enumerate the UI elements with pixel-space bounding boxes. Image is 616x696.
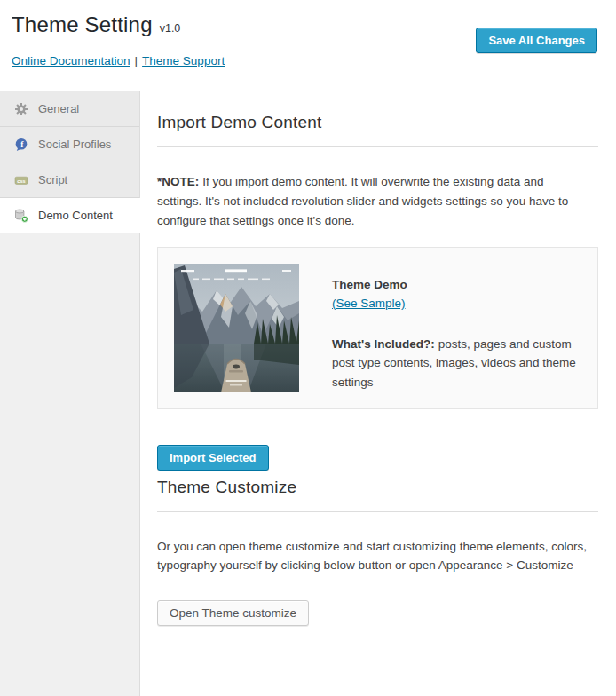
sidebar-item-script[interactable]: css Script [0,162,139,198]
theme-customize-heading: Theme Customize [157,478,598,497]
save-all-changes-button[interactable]: Save All Changes [476,28,597,53]
import-selected-button[interactable]: Import Selected [157,445,269,471]
facebook-icon: f [13,137,28,152]
see-sample-link[interactable]: (See Sample) [332,294,406,313]
demo-title: Theme Demo [332,275,576,295]
sidebar-item-label: Demo Content [38,209,113,222]
theme-demo-thumbnail [174,264,299,392]
page-title: Theme Setting [12,12,153,37]
link-separator: | [130,54,143,67]
settings-sidebar: General f Social Profiles css [0,91,140,696]
online-documentation-link[interactable]: Online Documentation [12,54,130,67]
customize-description: Or you can open theme customize and star… [157,537,598,576]
gear-icon [13,101,28,116]
sidebar-item-social-profiles[interactable]: f Social Profiles [0,127,139,162]
database-add-icon [13,208,28,223]
theme-support-link[interactable]: Theme Support [142,54,225,67]
import-note: *NOTE:If you import demo content. It wil… [157,172,583,231]
sidebar-item-demo-content[interactable]: Demo Content [0,198,140,233]
included-label: What's Included?: [332,337,435,351]
import-demo-heading: Import Demo Content [157,113,598,132]
version-label: v1.0 [160,22,181,35]
settings-content: Import Demo Content *NOTE:If you import … [140,91,616,696]
svg-text:css: css [17,178,25,183]
page-header: Theme Setting v1.0 Save All Changes Onli… [0,0,616,91]
note-text: If you import demo content. It will over… [157,175,568,227]
sidebar-item-label: Social Profiles [38,138,111,151]
theme-setting-page: Theme Setting v1.0 Save All Changes Onli… [0,0,616,696]
whats-included: What's Included?:posts, pages and custom… [332,335,576,392]
sidebar-item-general[interactable]: General [0,91,139,127]
body-columns: General f Social Profiles css [0,91,616,696]
demo-info: Theme Demo (See Sample) What's Included?… [332,264,576,392]
note-label: *NOTE: [157,175,199,188]
css-badge-icon: css [13,172,28,187]
doc-links: Online Documentation|Theme Support [12,54,598,67]
sidebar-item-label: Script [38,173,67,186]
heading-divider [157,146,598,147]
demo-content-card: Theme Demo (See Sample) What's Included?… [157,247,598,409]
sidebar-item-label: General [38,102,79,115]
open-theme-customize-button[interactable]: Open Theme customize [157,600,309,626]
heading-divider [157,511,598,512]
